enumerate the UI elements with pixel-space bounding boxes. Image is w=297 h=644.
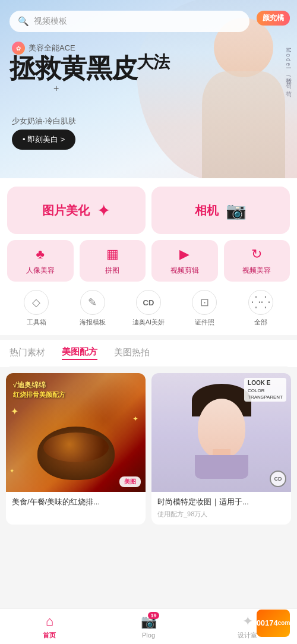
- design-studio-icon: ✦: [242, 614, 253, 629]
- card-portrait[interactable]: LOOK E COLOR TRANSPARENT CD 时尚模特定妆图｜适用于.…: [151, 373, 291, 525]
- food-card-title: 美食/午餐/美味的红烧排...: [12, 497, 140, 507]
- tabs-row: 热门素材 美图配方 美图热拍: [10, 340, 287, 367]
- food-overlay-text: √迪奥绵绵 红烧排骨美颜配方: [13, 380, 65, 399]
- all-icon: ⁛⁛: [248, 290, 273, 315]
- search-icon: 🔍: [18, 16, 29, 27]
- portrait-icon: ♣: [36, 247, 45, 262]
- watermark: 00174 com: [257, 610, 292, 639]
- btn-portrait[interactable]: ♣ 人像美容: [7, 240, 74, 282]
- camera-icon: 📷: [226, 201, 247, 220]
- tool-all[interactable]: ⁛⁛ 全部: [234, 290, 287, 327]
- star-deco-1: ✦: [11, 406, 18, 417]
- tab-beauty-recipe[interactable]: 美图配方: [62, 346, 97, 360]
- btn-collage[interactable]: ▦ 拼图: [80, 240, 146, 282]
- vip-badge[interactable]: 颜究橘: [257, 11, 290, 26]
- content-grid: √迪奥绵绵 红烧排骨美颜配方 ✦ ✦ ✦ 美图 美食/午餐/美味的红烧排...: [0, 367, 297, 572]
- card-food[interactable]: √迪奥绵绵 红烧排骨美颜配方 ✦ ✦ ✦ 美图 美食/午餐/美味的红烧排...: [6, 373, 146, 525]
- food-badge: 美图: [119, 476, 141, 487]
- quick-grid-top: 图片美化 ✦ 相机 📷: [7, 187, 290, 234]
- banner-title: 拯救黄黑皮大法: [10, 53, 169, 83]
- plog-icon-wrap: 📷 19: [141, 614, 157, 630]
- nav-plog[interactable]: 📷 19 Plog: [99, 614, 198, 639]
- tool-toolbox[interactable]: ◇ 工具箱: [10, 290, 63, 327]
- video-edit-icon: ▶: [179, 247, 189, 262]
- home-icon: ⌂: [46, 614, 53, 629]
- bottom-nav: ⌂ 首页 📷 19 Plog ✦ 设计室: [0, 608, 297, 644]
- magic-wand-icon: ✦: [97, 201, 110, 220]
- tools-row: ◇ 工具箱 ✎ 海报模板 CD 迪奥AI美妍 ⊡ 证件照 ⁛⁛ 全部: [7, 290, 290, 327]
- quick-grid: 图片美化 ✦ 相机 📷 ♣ 人像美容 ▦ 拼图 ▶ 视频剪辑 ↻ 视频美容 ◇ …: [0, 178, 297, 335]
- tab-hot-material[interactable]: 热门素材: [10, 347, 45, 359]
- btn-beautify[interactable]: 图片美化 ✦: [7, 187, 146, 234]
- banner-subtitle: 少女奶油·冷白肌肤: [12, 116, 76, 127]
- btn-camera[interactable]: 相机 📷: [151, 187, 290, 234]
- deco-plus-1: +: [11, 55, 18, 70]
- btn-video-edit[interactable]: ▶ 视频剪辑: [151, 240, 218, 282]
- portrait-card-body: 时尚模特定妆图｜适用于... 使用配方_98万人: [151, 492, 291, 525]
- plog-badge: 19: [148, 612, 159, 619]
- search-placeholder: 视频模板: [34, 16, 67, 27]
- side-text: Model 张苟/苟、苟: [284, 48, 292, 87]
- tabs-section: 热门素材 美图配方 美图热拍: [0, 340, 297, 367]
- portrait-card-sub: 使用配方_98万人: [157, 510, 285, 519]
- cta-button[interactable]: • 即刻美白 >: [12, 130, 75, 150]
- tool-poster[interactable]: ✎ 海报模板: [65, 290, 119, 327]
- tab-hot-shoot[interactable]: 美图热拍: [114, 347, 150, 359]
- star-deco-2: ✦: [132, 415, 138, 423]
- brand-name: 美容全能ACE: [29, 43, 75, 53]
- portrait-card-title: 时尚模特定妆图｜适用于...: [157, 497, 285, 507]
- id-photo-icon: ⊡: [192, 290, 217, 315]
- food-card-body: 美食/午餐/美味的红烧排...: [6, 492, 146, 513]
- btn-video-beauty[interactable]: ↻ 视频美容: [224, 240, 290, 282]
- tool-dior-ai[interactable]: CD 迪奥AI美妍: [122, 290, 175, 327]
- tool-id-photo[interactable]: ⊡ 证件照: [178, 290, 231, 327]
- portrait-label: LOOK E COLOR TRANSPARENT: [244, 378, 286, 402]
- deco-plus-2: +: [53, 83, 59, 94]
- star-deco-3: ✦: [10, 468, 14, 474]
- toolbox-icon: ◇: [24, 290, 49, 315]
- watermark-text: 00174 com: [257, 610, 290, 637]
- portrait-card-image: LOOK E COLOR TRANSPARENT CD: [151, 373, 291, 492]
- poster-icon: ✎: [80, 290, 105, 315]
- video-beauty-icon: ↻: [251, 247, 262, 262]
- banner: 🔍 视频模板 颜究橘 ✿ 美容全能ACE 拯救黄黑皮大法 少女奶油·冷白肌肤 •…: [0, 0, 297, 178]
- collage-icon: ▦: [106, 247, 119, 262]
- food-card-image: √迪奥绵绵 红烧排骨美颜配方 ✦ ✦ ✦ 美图: [6, 373, 146, 492]
- search-bar[interactable]: 🔍 视频模板: [10, 11, 249, 32]
- quick-grid-mid: ♣ 人像美容 ▦ 拼图 ▶ 视频剪辑 ↻ 视频美容: [7, 240, 290, 282]
- dior-ai-icon: CD: [136, 290, 161, 315]
- nav-home[interactable]: ⌂ 首页: [0, 614, 99, 640]
- cd-badge: CD: [270, 471, 286, 487]
